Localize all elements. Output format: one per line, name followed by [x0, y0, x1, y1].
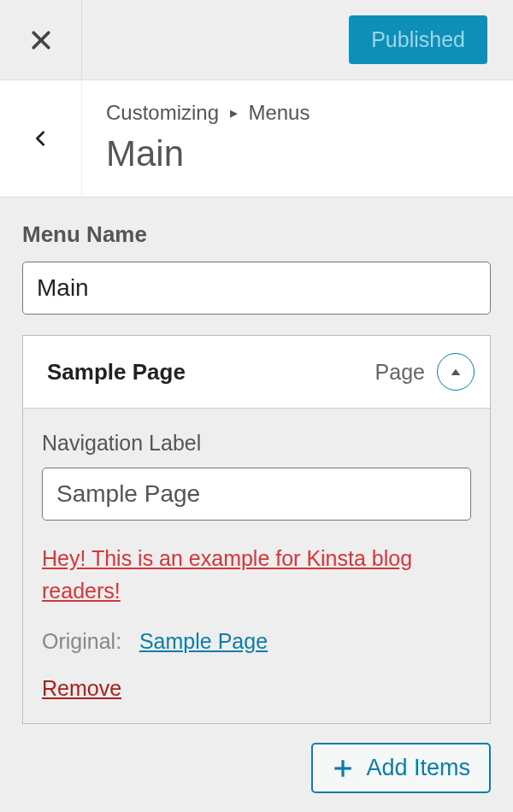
menu-name-label: Menu Name	[22, 221, 491, 248]
menu-item-type: Page	[375, 360, 425, 385]
add-items-label: Add Items	[366, 755, 470, 781]
plus-icon	[332, 757, 354, 780]
collapse-button[interactable]	[437, 353, 475, 391]
remove-link[interactable]: Remove	[42, 676, 121, 700]
menu-name-input[interactable]	[22, 262, 491, 315]
triangle-up-icon	[449, 365, 463, 379]
chevron-left-icon	[32, 129, 50, 148]
original-line: Original: Sample Page	[42, 629, 471, 654]
add-items-button[interactable]: Add Items	[311, 743, 491, 793]
navigation-label-input[interactable]	[42, 468, 471, 521]
description-link[interactable]: Hey! This is an example for Kinsta blog …	[42, 543, 471, 607]
original-prefix: Original:	[42, 629, 121, 653]
back-button[interactable]	[0, 80, 82, 197]
page-title: Main	[106, 133, 504, 174]
breadcrumb-section: Menus	[248, 101, 310, 124]
menu-item-title: Sample Page	[47, 359, 375, 385]
close-button[interactable]	[0, 0, 82, 80]
publish-button[interactable]: Published	[349, 15, 487, 64]
breadcrumb: Customizing ▸ Menus	[106, 101, 504, 125]
breadcrumb-separator: ▸	[230, 104, 238, 121]
navigation-label-heading: Navigation Label	[42, 431, 471, 456]
svg-marker-2	[451, 369, 461, 375]
close-icon	[28, 27, 54, 53]
menu-item-header[interactable]: Sample Page Page	[23, 336, 490, 409]
original-link[interactable]: Sample Page	[139, 629, 268, 653]
breadcrumb-root: Customizing	[106, 101, 219, 124]
